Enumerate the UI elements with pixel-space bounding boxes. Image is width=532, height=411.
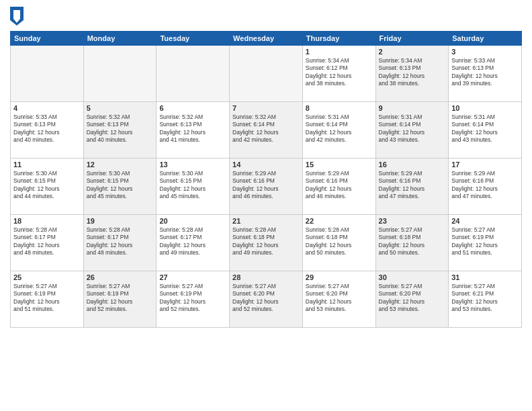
page: SundayMondayTuesdayWednesdayThursdayFrid… [0,0,532,411]
calendar-cell: 19Sunrise: 5:28 AM Sunset: 6:17 PM Dayli… [83,215,157,271]
day-number: 10 [451,104,519,112]
weekday-header-saturday: Saturday [449,32,522,46]
week-row-3: 18Sunrise: 5:28 AM Sunset: 6:17 PM Dayli… [11,215,522,271]
week-row-2: 11Sunrise: 5:30 AM Sunset: 6:15 PM Dayli… [11,158,522,215]
weekday-header-wednesday: Wednesday [230,32,303,46]
calendar-cell: 23Sunrise: 5:27 AM Sunset: 6:18 PM Dayli… [375,215,449,271]
day-info: Sunrise: 5:28 AM Sunset: 6:18 PM Dayligh… [306,226,373,257]
day-info: Sunrise: 5:32 AM Sunset: 6:13 PM Dayligh… [87,113,154,144]
weekday-header-monday: Monday [83,32,157,46]
day-info: Sunrise: 5:29 AM Sunset: 6:16 PM Dayligh… [379,170,446,201]
day-info: Sunrise: 5:27 AM Sunset: 6:19 PM Dayligh… [451,226,519,257]
calendar-cell: 6Sunrise: 5:32 AM Sunset: 6:13 PM Daylig… [157,102,230,158]
day-number: 20 [159,217,226,225]
day-number: 4 [13,104,81,112]
day-number: 19 [87,217,154,225]
weekday-header-friday: Friday [375,32,449,46]
day-info: Sunrise: 5:30 AM Sunset: 6:15 PM Dayligh… [159,170,226,201]
day-info: Sunrise: 5:29 AM Sunset: 6:16 PM Dayligh… [451,170,519,201]
calendar-cell [230,46,303,102]
day-number: 15 [306,161,373,169]
logo [10,7,25,26]
day-number: 27 [159,273,226,281]
weekday-header-sunday: Sunday [11,32,84,46]
day-info: Sunrise: 5:33 AM Sunset: 6:13 PM Dayligh… [13,113,81,144]
day-number: 11 [13,161,81,169]
calendar-cell: 22Sunrise: 5:28 AM Sunset: 6:18 PM Dayli… [302,215,375,271]
calendar-cell: 8Sunrise: 5:31 AM Sunset: 6:14 PM Daylig… [302,102,375,158]
week-row-1: 4Sunrise: 5:33 AM Sunset: 6:13 PM Daylig… [11,102,522,158]
calendar-cell: 12Sunrise: 5:30 AM Sunset: 6:15 PM Dayli… [83,158,157,215]
day-number: 13 [159,161,226,169]
day-number: 3 [451,48,519,56]
calendar-cell: 18Sunrise: 5:28 AM Sunset: 6:17 PM Dayli… [11,215,84,271]
calendar-cell: 27Sunrise: 5:27 AM Sunset: 6:19 PM Dayli… [157,271,230,328]
calendar-cell: 2Sunrise: 5:34 AM Sunset: 6:13 PM Daylig… [375,46,449,102]
day-info: Sunrise: 5:27 AM Sunset: 6:21 PM Dayligh… [451,283,519,314]
day-info: Sunrise: 5:32 AM Sunset: 6:13 PM Dayligh… [159,113,226,144]
day-number: 8 [306,104,373,112]
day-number: 14 [232,161,300,169]
day-info: Sunrise: 5:27 AM Sunset: 6:18 PM Dayligh… [379,226,446,257]
day-info: Sunrise: 5:27 AM Sunset: 6:19 PM Dayligh… [13,283,81,314]
day-info: Sunrise: 5:27 AM Sunset: 6:20 PM Dayligh… [232,283,300,314]
calendar-cell: 25Sunrise: 5:27 AM Sunset: 6:19 PM Dayli… [11,271,84,328]
calendar-cell [157,46,230,102]
calendar-cell: 15Sunrise: 5:29 AM Sunset: 6:16 PM Dayli… [302,158,375,215]
day-info: Sunrise: 5:27 AM Sunset: 6:20 PM Dayligh… [306,283,373,314]
day-number: 12 [87,161,154,169]
day-info: Sunrise: 5:30 AM Sunset: 6:15 PM Dayligh… [13,170,81,201]
day-info: Sunrise: 5:30 AM Sunset: 6:15 PM Dayligh… [87,170,154,201]
calendar: SundayMondayTuesdayWednesdayThursdayFrid… [10,31,522,328]
calendar-cell: 9Sunrise: 5:31 AM Sunset: 6:14 PM Daylig… [375,102,449,158]
calendar-cell: 30Sunrise: 5:27 AM Sunset: 6:20 PM Dayli… [375,271,449,328]
day-number: 29 [306,273,373,281]
day-info: Sunrise: 5:28 AM Sunset: 6:17 PM Dayligh… [159,226,226,257]
calendar-cell: 7Sunrise: 5:32 AM Sunset: 6:14 PM Daylig… [230,102,303,158]
day-info: Sunrise: 5:27 AM Sunset: 6:19 PM Dayligh… [87,283,154,314]
day-info: Sunrise: 5:31 AM Sunset: 6:14 PM Dayligh… [451,113,519,144]
day-number: 26 [87,273,154,281]
day-number: 9 [379,104,446,112]
day-number: 16 [379,161,446,169]
week-row-0: 1Sunrise: 5:34 AM Sunset: 6:12 PM Daylig… [11,46,522,102]
day-info: Sunrise: 5:27 AM Sunset: 6:20 PM Dayligh… [379,283,446,314]
day-info: Sunrise: 5:34 AM Sunset: 6:12 PM Dayligh… [306,57,373,88]
calendar-cell: 29Sunrise: 5:27 AM Sunset: 6:20 PM Dayli… [302,271,375,328]
calendar-cell: 10Sunrise: 5:31 AM Sunset: 6:14 PM Dayli… [449,102,522,158]
day-info: Sunrise: 5:28 AM Sunset: 6:17 PM Dayligh… [87,226,154,257]
weekday-header-row: SundayMondayTuesdayWednesdayThursdayFrid… [11,32,522,46]
day-number: 21 [232,217,300,225]
day-info: Sunrise: 5:29 AM Sunset: 6:16 PM Dayligh… [306,170,373,201]
day-info: Sunrise: 5:27 AM Sunset: 6:19 PM Dayligh… [159,283,226,314]
calendar-cell [83,46,157,102]
day-number: 28 [232,273,300,281]
calendar-cell: 5Sunrise: 5:32 AM Sunset: 6:13 PM Daylig… [83,102,157,158]
day-info: Sunrise: 5:32 AM Sunset: 6:14 PM Dayligh… [232,113,300,144]
calendar-cell: 4Sunrise: 5:33 AM Sunset: 6:13 PM Daylig… [11,102,84,158]
day-number: 2 [379,48,446,56]
calendar-cell: 1Sunrise: 5:34 AM Sunset: 6:12 PM Daylig… [302,46,375,102]
day-number: 25 [13,273,81,281]
calendar-cell: 21Sunrise: 5:28 AM Sunset: 6:18 PM Dayli… [230,215,303,271]
day-info: Sunrise: 5:28 AM Sunset: 6:17 PM Dayligh… [13,226,81,257]
day-number: 23 [379,217,446,225]
calendar-cell [11,46,84,102]
calendar-cell: 3Sunrise: 5:33 AM Sunset: 6:13 PM Daylig… [449,46,522,102]
calendar-cell: 31Sunrise: 5:27 AM Sunset: 6:21 PM Dayli… [449,271,522,328]
day-number: 5 [87,104,154,112]
day-info: Sunrise: 5:31 AM Sunset: 6:14 PM Dayligh… [379,113,446,144]
day-number: 22 [306,217,373,225]
week-row-4: 25Sunrise: 5:27 AM Sunset: 6:19 PM Dayli… [11,271,522,328]
calendar-cell: 13Sunrise: 5:30 AM Sunset: 6:15 PM Dayli… [157,158,230,215]
calendar-cell: 14Sunrise: 5:29 AM Sunset: 6:16 PM Dayli… [230,158,303,215]
calendar-cell: 11Sunrise: 5:30 AM Sunset: 6:15 PM Dayli… [11,158,84,215]
day-info: Sunrise: 5:34 AM Sunset: 6:13 PM Dayligh… [379,57,446,88]
calendar-cell: 16Sunrise: 5:29 AM Sunset: 6:16 PM Dayli… [375,158,449,215]
day-number: 7 [232,104,300,112]
day-number: 17 [451,161,519,169]
day-info: Sunrise: 5:33 AM Sunset: 6:13 PM Dayligh… [451,57,519,88]
weekday-header-thursday: Thursday [302,32,375,46]
day-number: 6 [159,104,226,112]
day-info: Sunrise: 5:31 AM Sunset: 6:14 PM Dayligh… [306,113,373,144]
